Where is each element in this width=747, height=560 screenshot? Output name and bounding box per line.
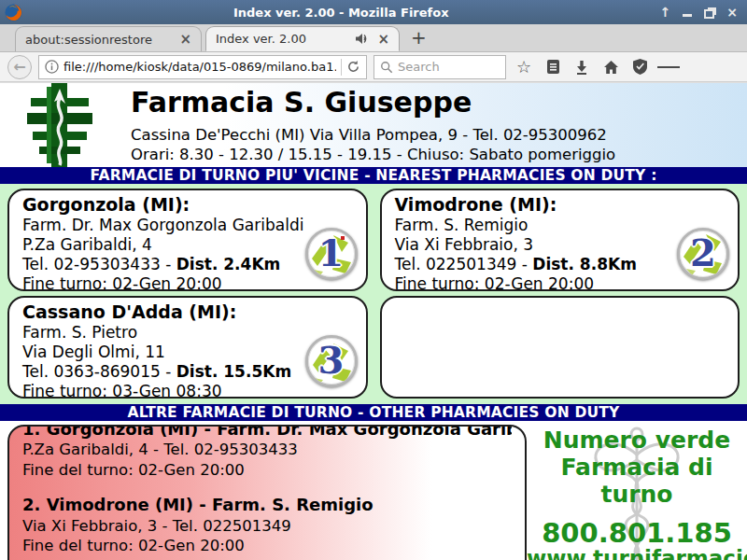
banner-nearest-pharmacies: FARMACIE DI TURNO PIU' VICINE - NEAREST … (0, 167, 747, 184)
pharmacy-city: Vimodrone (MI): (395, 195, 727, 216)
pharmacy-distance: Dist. 8.8Km (532, 255, 637, 273)
close-window-icon[interactable]: × (726, 6, 738, 19)
other-pharmacy-shift-end: Fine del turno: 02-Gen 20:00 (22, 460, 512, 480)
other-pharmacy-title: 1. Gorgonzola (MI) - Farm. Dr. Max Gorgo… (22, 425, 512, 440)
other-pharmacy-shift-end: Fine del turno: 02-Gen 20:00 (22, 536, 512, 555)
tab-label: about:sessionrestore (25, 33, 174, 47)
tab-close-icon[interactable]: × (377, 31, 389, 48)
other-pharmacy-title: 2. Vimodrone (MI) - Farm. S. Remigio (22, 494, 512, 515)
back-button[interactable]: ← (7, 55, 32, 79)
tab-sessionrestore[interactable]: about:sessionrestore × (15, 26, 202, 51)
rank-badge-1: 1 (305, 228, 358, 280)
green-number-panel: Numero verde Farmacia di turno 800.801.1… (527, 425, 747, 560)
menu-icon[interactable] (657, 63, 680, 70)
rank-badge-3: 3 (305, 335, 358, 387)
reading-list-icon[interactable] (542, 59, 564, 75)
search-bar[interactable] (374, 55, 506, 79)
bookmark-star-icon[interactable]: ☆ (513, 59, 535, 76)
tab-label: Index ver. 2.00 (216, 32, 353, 46)
search-icon (380, 61, 393, 74)
rank-number: 1 (318, 231, 345, 274)
minimize-window-icon[interactable] (683, 7, 692, 17)
url-divider (341, 59, 342, 76)
pharmacy-header: Farmacia S. Giuseppe Cassina De'Pecchi (… (0, 82, 747, 167)
page-info-icon[interactable] (45, 60, 59, 74)
reload-icon[interactable] (346, 60, 360, 74)
navigation-bar: ← ☆ (0, 52, 747, 82)
rank-number: 2 (690, 231, 716, 274)
pharmacy-card-2: Vimodrone (MI): Farm. S. Remigio Via Xi … (380, 189, 740, 291)
window-title: Index ver. 2.00 - Mozilla Firefox (22, 6, 660, 20)
shade-window-icon[interactable]: ↑ (660, 6, 671, 19)
rank-number: 3 (318, 338, 345, 382)
download-icon[interactable] (571, 60, 593, 75)
home-icon[interactable] (599, 60, 622, 75)
pharmacy-city: Gorgonzola (MI): (22, 195, 355, 216)
audio-playing-icon[interactable] (355, 33, 370, 45)
banner-other-pharmacies: ALTRE FARMACIE DI TURNO - OTHER PHARMACI… (0, 404, 747, 421)
url-bar[interactable] (38, 55, 367, 79)
bottom-section: 1. Gorgonzola (MI) - Farm. Dr. Max Gorgo… (0, 421, 747, 560)
pharmacy-shift-end: Fine turno: 02-Gen 20:00 (22, 274, 355, 291)
window-titlebar: Index ver. 2.00 - Mozilla Firefox ↑ × (0, 0, 747, 24)
other-pharmacy-address: P.Za Garibaldi, 4 - Tel. 02-95303433 (22, 440, 512, 459)
pharmacy-distance: Dist. 2.4Km (176, 255, 281, 273)
other-pharmacy-entry: 1. Gorgonzola (MI) - Farm. Dr. Max Gorgo… (22, 425, 512, 480)
tab-index[interactable]: Index ver. 2.00 × (205, 26, 400, 51)
other-pharmacies-list: 1. Gorgonzola (MI) - Farm. Dr. Max Gorgo… (22, 425, 512, 556)
search-input[interactable] (398, 60, 491, 74)
url-input[interactable] (63, 60, 336, 74)
pharmacy-name: Farm. S. Pietro (22, 323, 355, 343)
pharmacy-city: Cassano D'Adda (MI): (22, 302, 355, 323)
pharmacy-card-1: Gorgonzola (MI): Farm. Dr. Max Gorgonzol… (7, 189, 368, 291)
tab-close-icon[interactable]: × (179, 31, 191, 48)
other-pharmacies-box: 1. Gorgonzola (MI) - Farm. Dr. Max Gorgo… (7, 425, 527, 560)
pharmacy-tel-dist: Tel. 0363-869015 - Dist. 15.5Km (22, 362, 355, 382)
pharmacy-shift-end: Fine turno: 03-Gen 08:30 (22, 382, 355, 399)
nearest-pharmacies-section: Gorgonzola (MI): Farm. Dr. Max Gorgonzol… (0, 184, 747, 404)
pharmacy-card-empty (380, 296, 740, 399)
pharmacy-address: Cassina De'Pecchi (MI) Via Villa Pompea,… (131, 125, 615, 145)
other-pharmacy-address: Via Xi Febbraio, 3 - Tel. 022501349 (22, 516, 512, 536)
pharmacy-name: Farm. S. Remigio (395, 216, 727, 235)
restore-window-icon[interactable] (704, 9, 714, 19)
website-text: www.turnifarmacie.it (527, 547, 747, 560)
pharmacy-card-3: Cassano D'Adda (MI): Farm. S. Pietro Via… (7, 296, 368, 399)
new-tab-button[interactable]: + (400, 26, 438, 50)
green-number-line1: Numero verde (527, 427, 747, 455)
pharmacy-distance: Dist. 15.5Km (176, 362, 291, 381)
pharmacy-hours: Orari: 8.30 - 12.30 / 15.15 - 19.15 - Ch… (131, 145, 615, 164)
green-number-phone: 800.801.185 (527, 520, 747, 547)
tab-bar: about:sessionrestore × Index ver. 2.00 ×… (0, 24, 747, 52)
page-content: Farmacia S. Giuseppe Cassina De'Pecchi (… (0, 82, 747, 560)
pharmacy-title: Farmacia S. Giuseppe (131, 86, 615, 119)
pharmacy-name: Farm. Dr. Max Gorgonzola Garibaldi (22, 216, 355, 235)
green-number-line2: Farmacia di turno (527, 455, 747, 509)
other-pharmacy-entry: 2. Vimodrone (MI) - Farm. S. Remigio Via… (22, 494, 512, 555)
shield-icon[interactable] (628, 59, 651, 75)
pharmacy-cross-logo (26, 83, 93, 167)
pharmacy-tel-dist: Tel. 02-95303433 - Dist. 2.4Km (22, 255, 355, 274)
pharmacy-shift-end: Fine turno: 02-Gen 20:00 (395, 274, 727, 291)
firefox-logo-icon (5, 4, 22, 21)
rank-badge-2: 2 (677, 228, 729, 280)
